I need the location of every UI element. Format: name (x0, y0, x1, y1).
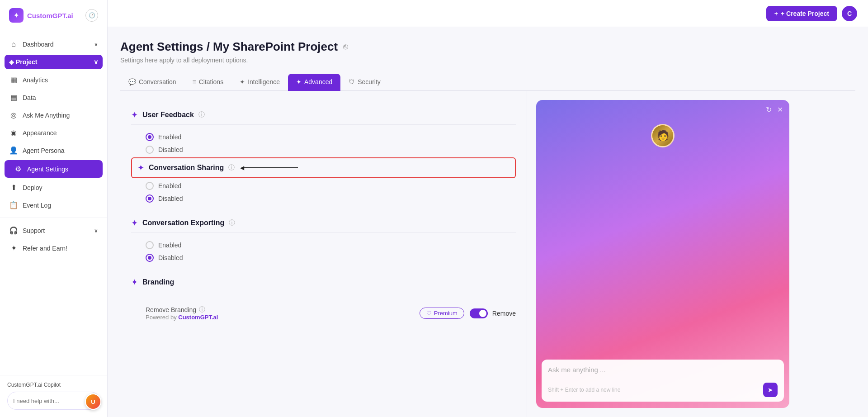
heart-icon: ♡ (426, 310, 432, 317)
sidebar-item-data[interactable]: ▤ Data (0, 89, 107, 106)
content-row: ✦ User Feedback ⓘ Enabled Disabled (120, 91, 855, 417)
sidebar-project-label: Project (16, 58, 37, 66)
remove-toggle-row: Remove (470, 308, 516, 318)
sidebar-item-event-log[interactable]: 📋 Event Log (0, 196, 107, 214)
citations-tab-icon: ≡ (193, 78, 196, 85)
conv-exporting-enabled-option[interactable]: Enabled (146, 241, 516, 249)
sidebar-item-support[interactable]: 🎧 Support ∨ (0, 222, 107, 239)
branding-actions: ♡ Premium Remove (420, 308, 516, 319)
radio-circle-ce-disabled (146, 254, 154, 262)
chat-preview-panel: ↻ ✕ 🧑 Ask me anything ... Shift + Enter … (536, 100, 789, 408)
branding-section: ✦ Branding (131, 271, 516, 292)
user-feedback-enabled-option[interactable]: Enabled (146, 133, 516, 141)
sidebar-item-label: Dashboard (23, 41, 54, 48)
appearance-icon: ◉ (9, 128, 18, 137)
persona-icon: 👤 (9, 146, 18, 155)
logo-icon: ✦ (9, 8, 24, 23)
radio-circle-enabled (146, 133, 154, 141)
user-feedback-info-icon[interactable]: ⓘ (198, 111, 205, 119)
chat-close-button[interactable]: ✕ (777, 105, 783, 114)
chat-refresh-button[interactable]: ↻ (766, 105, 772, 114)
radio-circle-disabled (146, 146, 154, 154)
radio-circle-ce-enabled (146, 241, 154, 249)
ask-icon: ◎ (9, 111, 18, 119)
agent-avatar-person: 🧑 (652, 124, 673, 147)
settings-panel: ✦ User Feedback ⓘ Enabled Disabled (120, 91, 527, 417)
sidebar-item-agent-persona[interactable]: 👤 Agent Persona (0, 142, 107, 159)
conv-exporting-info-icon[interactable]: ⓘ (229, 219, 235, 227)
refer-icon: ✦ (9, 244, 18, 252)
sidebar-item-label: Appearance (23, 129, 57, 137)
conversation-exporting-section: ✦ Conversation Exporting ⓘ (131, 212, 516, 233)
user-feedback-disabled-option[interactable]: Disabled (146, 146, 516, 154)
user-feedback-section: ✦ User Feedback ⓘ (131, 104, 516, 125)
project-icon: ◈ (9, 58, 14, 66)
sidebar-item-label: Deploy (23, 184, 42, 191)
plus-icon: + (774, 10, 778, 17)
conv-sharing-icon: ✦ (137, 163, 144, 173)
copilot-input[interactable] (13, 398, 89, 404)
tab-conversation[interactable]: 💬 Conversation (120, 74, 184, 91)
data-icon: ▤ (9, 93, 18, 102)
sidebar: ✦ CustomGPT.ai 🕐 ⌂ Dashboard ∨ ◈ Project… (0, 0, 108, 417)
user-feedback-radio-group: Enabled Disabled (131, 131, 516, 157)
arrow-left-icon: ◀ (240, 165, 244, 171)
copilot-label: CustomGPT.ai Copilot (7, 382, 100, 388)
user-avatar-button[interactable]: C (842, 6, 857, 21)
sidebar-nav: ⌂ Dashboard ∨ ◈ Project ∨ ▦ Analytics ▤ … (0, 31, 107, 375)
sidebar-item-dashboard[interactable]: ⌂ Dashboard ∨ (0, 36, 107, 53)
conv-sharing-disabled-option[interactable]: Disabled (146, 194, 516, 203)
tab-security[interactable]: 🛡 Security (340, 74, 389, 91)
page-title: Agent Settings / My SharePoint Project (120, 40, 338, 54)
chat-body (536, 147, 789, 355)
conversation-exporting-radio-group: Enabled Disabled (131, 239, 516, 265)
conversation-sharing-radio-group: Enabled Disabled (131, 180, 516, 206)
dashboard-icon: ⌂ (9, 40, 18, 48)
chat-input-placeholder[interactable]: Ask me anything ... (548, 366, 778, 374)
radio-circle-cs-enabled (146, 182, 154, 190)
chat-hint: Shift + Enter to add a new line (548, 387, 620, 393)
sidebar-item-analytics[interactable]: ▦ Analytics (0, 71, 107, 89)
sidebar-item-agent-settings[interactable]: ⚙ Agent Settings (5, 160, 103, 178)
settings-icon: ⚙ (14, 165, 23, 173)
premium-badge[interactable]: ♡ Premium (420, 308, 464, 319)
sidebar-item-label: Ask Me Anything (23, 112, 70, 119)
page-content: Agent Settings / My SharePoint Project ⎋… (108, 27, 868, 417)
sidebar-item-appearance[interactable]: ◉ Appearance (0, 124, 107, 142)
remove-toggle-label: Remove (492, 310, 516, 317)
branding-remove-row: Remove Branding ⓘ Powered by CustomGPT.a… (146, 302, 516, 324)
remove-branding-toggle[interactable] (470, 308, 488, 318)
tab-intelligence[interactable]: ✦ Intelligence (231, 74, 288, 91)
conv-sharing-info-icon[interactable]: ⓘ (228, 164, 235, 172)
sidebar-divider (0, 218, 107, 218)
sidebar-item-refer-earn[interactable]: ✦ Refer and Earn! (0, 239, 107, 257)
tab-advanced[interactable]: ✦ Advanced (288, 74, 340, 91)
topbar: + + Create Project C (108, 0, 868, 27)
tab-citations[interactable]: ≡ Citations (184, 74, 232, 91)
sidebar-item-label: Agent Persona (23, 147, 65, 154)
sidebar-item-project[interactable]: ◈ Project ∨ (5, 55, 103, 69)
sidebar-item-label: Data (23, 94, 36, 101)
conv-exporting-disabled-option[interactable]: Disabled (146, 254, 516, 262)
remove-branding-info-icon[interactable]: ⓘ (199, 306, 205, 314)
chat-send-button[interactable]: ➤ (763, 383, 778, 397)
create-project-button[interactable]: + + Create Project (766, 6, 837, 21)
page-subtitle: Settings here apply to all deployment op… (120, 57, 855, 64)
user-feedback-title: User Feedback (142, 111, 194, 119)
branding-icon: ✦ (131, 277, 138, 287)
share-icon[interactable]: ⎋ (343, 42, 348, 52)
chevron-down-icon: ∨ (94, 227, 98, 234)
sidebar-item-label: Agent Settings (27, 166, 68, 173)
sidebar-item-label: Refer and Earn! (23, 245, 67, 252)
sidebar-item-ask-me-anything[interactable]: ◎ Ask Me Anything (0, 106, 107, 124)
chat-input-area: Ask me anything ... Shift + Enter to add… (542, 360, 784, 402)
section-icon: ✦ (131, 110, 138, 120)
clock-icon[interactable]: 🕐 (85, 9, 98, 22)
conv-sharing-enabled-option[interactable]: Enabled (146, 182, 516, 190)
app-name: CustomGPT.ai (27, 12, 73, 19)
intelligence-tab-icon: ✦ (240, 78, 245, 85)
sidebar-item-deploy[interactable]: ⬆ Deploy (0, 179, 107, 196)
expand-icon: ∨ (94, 58, 98, 66)
page-header: Agent Settings / My SharePoint Project ⎋ (120, 40, 855, 54)
deploy-icon: ⬆ (9, 183, 18, 192)
